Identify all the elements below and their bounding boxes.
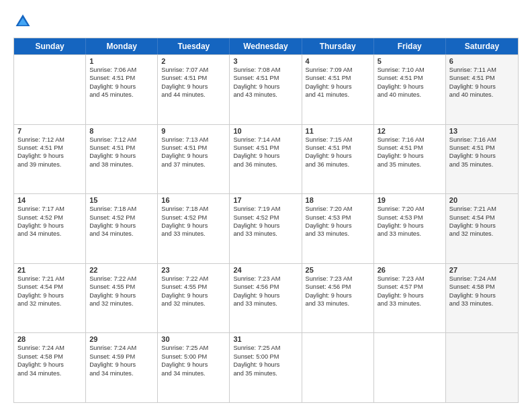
cell-line: Daylight: 9 hours [89, 222, 154, 230]
cell-line: Sunrise: 7:22 AM [89, 275, 154, 283]
calendar-cell: 6Sunrise: 7:11 AMSunset: 4:51 PMDaylight… [446, 55, 518, 124]
day-number: 25 [306, 266, 370, 274]
day-number: 21 [17, 266, 82, 274]
cell-line: and 33 minutes. [449, 300, 515, 308]
calendar-week: 21Sunrise: 7:21 AMSunset: 4:54 PMDayligh… [14, 263, 518, 333]
calendar-cell: 20Sunrise: 7:21 AMSunset: 4:54 PMDayligh… [446, 194, 518, 263]
cell-line: Sunset: 4:58 PM [17, 353, 82, 361]
calendar-week: 7Sunrise: 7:12 AMSunset: 4:51 PMDaylight… [14, 124, 518, 194]
cell-line: Daylight: 9 hours [306, 291, 370, 300]
day-number: 2 [161, 57, 226, 65]
calendar-cell: 10Sunrise: 7:14 AMSunset: 4:51 PMDayligh… [230, 125, 302, 194]
day-number: 16 [161, 196, 226, 204]
cell-line: and 34 minutes. [17, 369, 82, 377]
day-number: 27 [449, 266, 515, 274]
cell-line: Daylight: 9 hours [17, 361, 82, 369]
calendar-header-cell: Tuesday [158, 38, 230, 54]
cell-line: and 44 minutes. [161, 91, 226, 99]
cell-line: and 33 minutes. [233, 300, 298, 308]
day-number: 11 [306, 127, 370, 135]
cell-line: Sunrise: 7:21 AM [449, 205, 515, 213]
cell-line: and 33 minutes. [233, 230, 298, 238]
cell-line: Sunset: 4:51 PM [378, 74, 442, 82]
cell-line: and 32 minutes. [89, 300, 154, 308]
day-number: 23 [161, 266, 226, 274]
cell-line: Sunset: 4:55 PM [89, 283, 154, 291]
cell-line: Sunrise: 7:23 AM [233, 275, 298, 283]
cell-line: Sunrise: 7:16 AM [449, 136, 515, 144]
day-number: 29 [89, 335, 154, 343]
cell-line: and 35 minutes. [449, 161, 515, 169]
cell-line: Daylight: 9 hours [449, 152, 515, 160]
cell-line: Daylight: 9 hours [378, 222, 442, 230]
calendar-cell: 15Sunrise: 7:18 AMSunset: 4:52 PMDayligh… [86, 194, 158, 263]
calendar-cell: 8Sunrise: 7:12 AMSunset: 4:51 PMDaylight… [86, 125, 158, 194]
calendar-cell: 11Sunrise: 7:15 AMSunset: 4:51 PMDayligh… [302, 125, 374, 194]
calendar-cell [14, 55, 86, 124]
cell-line: Sunrise: 7:18 AM [89, 205, 154, 213]
cell-line: Daylight: 9 hours [161, 222, 226, 230]
day-number: 15 [89, 196, 154, 204]
calendar-cell: 13Sunrise: 7:16 AMSunset: 4:51 PMDayligh… [446, 125, 518, 194]
cell-line: Daylight: 9 hours [233, 222, 298, 230]
cell-line: and 45 minutes. [89, 91, 154, 99]
day-number: 9 [161, 127, 226, 135]
cell-line: Daylight: 9 hours [89, 361, 154, 369]
cell-line: Sunset: 4:51 PM [89, 74, 154, 82]
cell-line: and 40 minutes. [449, 91, 515, 99]
day-number: 12 [378, 127, 442, 135]
cell-line: Sunrise: 7:25 AM [233, 344, 298, 352]
cell-line: Sunset: 4:51 PM [306, 144, 370, 152]
calendar-cell [374, 333, 446, 402]
cell-line: Sunset: 4:56 PM [233, 283, 298, 291]
calendar-cell: 30Sunrise: 7:25 AMSunset: 5:00 PMDayligh… [158, 333, 230, 402]
cell-line: Sunrise: 7:13 AM [161, 136, 226, 144]
day-number: 24 [233, 266, 298, 274]
calendar-cell: 4Sunrise: 7:09 AMSunset: 4:51 PMDaylight… [302, 55, 374, 124]
cell-line: Daylight: 9 hours [233, 291, 298, 300]
cell-line: and 37 minutes. [161, 161, 226, 169]
day-number: 17 [233, 196, 298, 204]
cell-line: Sunrise: 7:08 AM [233, 66, 298, 74]
cell-line: Sunrise: 7:06 AM [89, 66, 154, 74]
cell-line: and 33 minutes. [378, 300, 442, 308]
calendar-header-row: SundayMondayTuesdayWednesdayThursdayFrid… [14, 38, 518, 54]
cell-line: and 32 minutes. [17, 300, 82, 308]
calendar-header-cell: Monday [86, 38, 158, 54]
cell-line: Sunrise: 7:12 AM [89, 136, 154, 144]
cell-line: Sunset: 4:51 PM [378, 144, 442, 152]
cell-line: Sunrise: 7:24 AM [17, 344, 82, 352]
cell-line: Daylight: 9 hours [449, 291, 515, 300]
calendar-cell: 1Sunrise: 7:06 AMSunset: 4:51 PMDaylight… [86, 55, 158, 124]
cell-line: Sunrise: 7:21 AM [17, 275, 82, 283]
cell-line: Sunset: 4:52 PM [233, 214, 298, 222]
calendar-header-cell: Sunday [14, 38, 86, 54]
cell-line: Sunset: 4:59 PM [89, 353, 154, 361]
cell-line: Sunset: 4:56 PM [306, 283, 370, 291]
calendar-cell: 17Sunrise: 7:19 AMSunset: 4:52 PMDayligh… [230, 194, 302, 263]
page: SundayMondayTuesdayWednesdayThursdayFrid… [0, 0, 532, 411]
cell-line: Sunrise: 7:20 AM [378, 205, 442, 213]
cell-line: Daylight: 9 hours [161, 291, 226, 300]
cell-line: Daylight: 9 hours [161, 152, 226, 160]
cell-line: Sunrise: 7:16 AM [378, 136, 442, 144]
calendar-cell: 5Sunrise: 7:10 AMSunset: 4:51 PMDaylight… [374, 55, 446, 124]
cell-line: Sunset: 4:51 PM [306, 74, 370, 82]
calendar-cell: 28Sunrise: 7:24 AMSunset: 4:58 PMDayligh… [14, 333, 86, 402]
calendar-cell: 14Sunrise: 7:17 AMSunset: 4:52 PMDayligh… [14, 194, 86, 263]
day-number: 8 [89, 127, 154, 135]
cell-line: Daylight: 9 hours [233, 361, 298, 369]
cell-line: Daylight: 9 hours [306, 83, 370, 91]
calendar-cell: 7Sunrise: 7:12 AMSunset: 4:51 PMDaylight… [14, 125, 86, 194]
calendar-header-cell: Wednesday [230, 38, 302, 54]
cell-line: Sunrise: 7:23 AM [378, 275, 442, 283]
cell-line: and 33 minutes. [378, 230, 442, 238]
calendar-cell: 21Sunrise: 7:21 AMSunset: 4:54 PMDayligh… [14, 264, 86, 333]
calendar-header-cell: Friday [374, 38, 446, 54]
cell-line: Sunset: 4:52 PM [17, 214, 82, 222]
cell-line: Sunset: 4:51 PM [17, 144, 82, 152]
cell-line: Sunrise: 7:19 AM [233, 205, 298, 213]
cell-line: and 43 minutes. [233, 91, 298, 99]
cell-line: Sunset: 4:51 PM [161, 144, 226, 152]
cell-line: Sunset: 4:51 PM [89, 144, 154, 152]
